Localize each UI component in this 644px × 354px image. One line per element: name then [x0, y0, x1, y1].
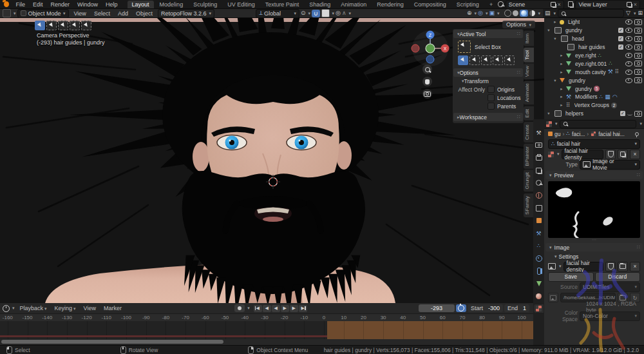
copy-icon[interactable] [551, 2, 556, 7]
checkbox-locations[interactable] [488, 94, 495, 101]
play-button[interactable]: ▶ [281, 305, 289, 312]
properties-tab-tool[interactable] [534, 128, 544, 137]
properties-tab-constraints[interactable] [534, 267, 544, 275]
timeline-track-area[interactable] [0, 321, 533, 339]
viewport-menu-object[interactable]: Object [132, 10, 156, 17]
properties-tab-particles[interactable] [534, 242, 544, 250]
npanel-tab-animate[interactable]: Animate [524, 81, 534, 104]
camera-view-button[interactable] [422, 89, 432, 99]
timeline-scrollbar[interactable] [1, 340, 223, 344]
outliner-row[interactable]: ▸mouth cavity⚒⠿ [544, 68, 644, 76]
show-overlays-icon[interactable]: ◎ [478, 10, 483, 16]
outliner-row[interactable]: ▸⚒Modifiers∴▦◠ [544, 93, 644, 101]
disable-render-toggle[interactable] [634, 69, 642, 75]
select-mode-extend[interactable] [469, 55, 480, 65]
discard-button[interactable]: Discard [595, 272, 641, 282]
menu-file[interactable]: File [12, 1, 29, 8]
record-button[interactable] [234, 304, 245, 312]
expand-arrow[interactable]: ▾ [553, 36, 558, 41]
copy-icon[interactable] [627, 2, 632, 7]
view-layer-icon[interactable] [568, 1, 574, 7]
timeline-menu-playback[interactable]: Playback▾ [16, 305, 51, 311]
outliner-row[interactable]: ▾gundry [544, 26, 644, 35]
workspace-tab-animation[interactable]: Animation [336, 1, 371, 8]
menu-help[interactable]: Help [102, 1, 122, 8]
disable-render-toggle[interactable] [634, 111, 642, 117]
expand-arrow[interactable]: ▸ [559, 70, 564, 75]
workspace-tab-layout[interactable]: Layout [128, 1, 154, 8]
hide-eye-toggle[interactable] [625, 61, 632, 66]
select-mode-set[interactable] [35, 21, 45, 30]
hide-eye-toggle[interactable] [625, 36, 632, 41]
timeline-menu-keying[interactable]: Keying▾ [51, 305, 80, 311]
unlink-image-icon[interactable]: × [630, 262, 640, 271]
properties-tab-collection[interactable] [534, 204, 544, 212]
exclude-checkbox[interactable] [620, 111, 625, 116]
expand-arrow[interactable]: ▸ [559, 53, 564, 58]
rendered-shading-icon[interactable] [529, 10, 535, 16]
expand-arrow[interactable]: ▸ [559, 61, 564, 66]
outliner-row[interactable]: ▾helpers [544, 110, 644, 118]
npanel-tab-view[interactable]: View [524, 63, 534, 79]
select-mode-invert[interactable] [70, 21, 80, 30]
outliner-row[interactable]: ▸eye.right.001∴ [544, 59, 644, 68]
preview-panel-header[interactable]: ▾Preview∷ [545, 171, 643, 179]
menu-render[interactable]: Render [47, 1, 74, 8]
fake-user-shield-icon[interactable] [605, 262, 616, 271]
hide-eye-toggle[interactable] [625, 44, 632, 50]
current-frame-field[interactable]: -293 [419, 304, 455, 312]
solid-shading-icon[interactable] [513, 10, 518, 16]
close-icon[interactable]: × [634, 1, 637, 8]
expand-arrow[interactable]: ▾ [553, 78, 558, 83]
new-collection-icon[interactable]: ⊞ [638, 10, 643, 16]
workspace-tab-modeling[interactable]: Modeling [155, 1, 188, 8]
unlink-texture-icon[interactable]: × [630, 150, 640, 159]
jump-start-button[interactable]: ◀ [254, 305, 262, 312]
hide-eye-toggle[interactable] [625, 78, 632, 83]
mode-selector[interactable]: Object Mode ▾ [17, 9, 69, 18]
npanel-tab-sfamily[interactable]: SFamily [524, 193, 534, 217]
npanel-tab-bpainter[interactable]: BPainter [524, 144, 534, 169]
snap-target-icon[interactable] [321, 9, 330, 17]
navigation-gizmo[interactable]: Z X [410, 28, 451, 68]
pin-icon[interactable] [635, 132, 639, 136]
outliner-display-mode-icon[interactable]: ▤ [545, 10, 551, 16]
timeline-ruler[interactable]: -160-150-140-130-120-110-100-90-80-70-60… [0, 313, 533, 321]
properties-tab-material[interactable] [534, 292, 544, 300]
scene-icon[interactable] [498, 1, 504, 7]
play-reverse-button[interactable]: ◀ [272, 305, 280, 312]
outliner-row[interactable]: ▸⠿Vertex Groups2 [544, 101, 644, 110]
prev-keyframe-button[interactable]: ◀ [263, 305, 271, 312]
breadcrumb-item[interactable]: gu [554, 131, 560, 137]
npanel-tab-edit[interactable]: Edit [524, 106, 534, 121]
disable-render-toggle[interactable] [634, 61, 642, 66]
outliner-row[interactable]: hair guides [544, 43, 644, 52]
timeline-menu-marker[interactable]: Marker [100, 305, 126, 311]
auto-key-dropdown[interactable]: ▾ [247, 306, 250, 311]
next-keyframe-button[interactable]: ▶ [290, 305, 298, 312]
select-mode-subtract[interactable] [481, 55, 491, 65]
viewport-options-button[interactable]: Options ▾ [502, 21, 535, 28]
image-panel-header[interactable]: ▾Image∷ [545, 243, 643, 251]
outliner-row[interactable]: ▾gundry [544, 76, 644, 84]
select-mode-intersect[interactable] [81, 21, 91, 30]
properties-tab-world[interactable] [534, 192, 544, 200]
orientation-selector[interactable]: ⟂Global ▾ [256, 9, 299, 18]
expand-arrow[interactable]: ▸ [553, 19, 558, 25]
add-workspace-button[interactable]: + [485, 1, 497, 8]
timeline-editor-icon[interactable] [3, 305, 10, 312]
properties-tab-physics[interactable] [534, 254, 544, 262]
viewport-menu-add[interactable]: Add [114, 10, 132, 17]
outliner-row[interactable]: ▾head [544, 35, 644, 43]
properties-tab-view-layer[interactable] [534, 166, 544, 175]
save-button[interactable]: Save [548, 272, 594, 282]
expand-arrow[interactable]: ▾ [546, 28, 551, 33]
pan-hand-button[interactable] [422, 77, 432, 86]
active-tool-panel-header[interactable]: ▾Active Tool∷ [453, 30, 523, 38]
exclude-checkbox[interactable] [618, 28, 623, 33]
retopoflow-menu[interactable]: RetopoFlow 3.2.6 ▾ [158, 9, 214, 18]
preview-resize-handle[interactable]: ⋯ [548, 238, 640, 241]
material-preview-icon[interactable] [520, 10, 528, 17]
breadcrumb-item[interactable]: faci... [572, 131, 585, 137]
npanel-tab-item[interactable]: Item [524, 31, 534, 46]
